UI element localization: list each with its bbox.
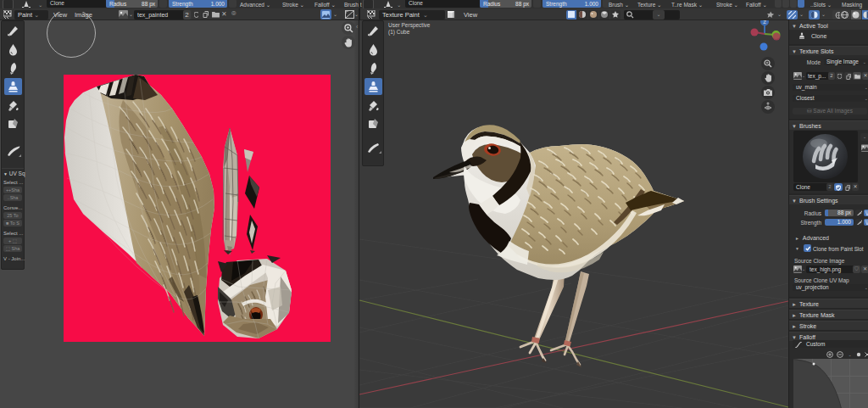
svg-text:Z: Z [763,20,766,25]
